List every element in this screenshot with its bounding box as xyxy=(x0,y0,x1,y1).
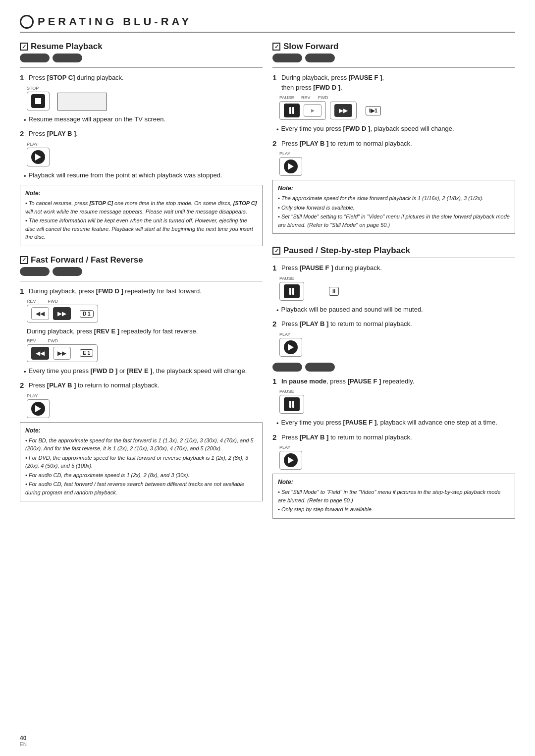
resume-note-box: Note: • To cancel resume, press [STOP C]… xyxy=(20,185,263,246)
slow-step-1: 1 During playback, press [PAUSE F ],then… xyxy=(272,73,515,92)
checkbox-icon-slow xyxy=(272,43,280,51)
slow-step1-diagram: PAUSE REV FWD xyxy=(279,95,515,120)
checkbox-icon-resume xyxy=(20,43,28,51)
btn-bar-2 xyxy=(53,54,82,62)
paused-step-1: 1 Press [PAUSE F ] during playback. xyxy=(272,263,515,273)
page-footer: 40 EN xyxy=(20,735,27,747)
e-indicator: E 1 xyxy=(80,349,93,357)
fast-note-box: Note: • For BD, the approximate speed fo… xyxy=(20,422,263,502)
pause-btn-paused xyxy=(284,284,300,298)
fast-rev-remote: ◀◀ ▶▶ E 1 xyxy=(27,344,98,362)
paused-bullet-2: • Every time you press [PAUSE F ], playb… xyxy=(276,418,515,429)
paused-step-2: 2 Press [PLAY B ] to return to normal pl… xyxy=(272,319,515,329)
section-fast-forward: Fast Forward / Fast Reverse 1 During pla… xyxy=(20,255,263,502)
play-label: PLAY xyxy=(27,142,263,147)
slow-btn-bar xyxy=(272,54,515,62)
left-column: Resume Playback 1 Press [STOP C] during … xyxy=(20,42,263,523)
fast-fwd-btn-bar xyxy=(20,267,263,276)
d-indicator: D 1 xyxy=(80,310,94,318)
fast-step-2: 2 Press [PLAY B ] to return to normal pl… xyxy=(20,380,263,390)
resume-step-2: 2 Press [PLAY B ]. xyxy=(20,129,263,139)
paused-remote xyxy=(279,282,304,301)
rev-btn-slow: ▶ xyxy=(304,104,321,117)
section-paused-step: Paused / Step-by-step Playback 1 Press [… xyxy=(272,246,515,519)
slow-note-box: Note: • The approximate speed for the sl… xyxy=(272,180,515,234)
btn-bar-1 xyxy=(20,54,50,62)
paused-step3-diagram: PAUSE xyxy=(279,389,515,414)
stop-button-icon xyxy=(31,94,45,108)
slow-bullet-1: • Every time you press [FWD D ], playbac… xyxy=(276,124,515,135)
rev-btn-dark: ◀◀ xyxy=(31,347,49,360)
btn-bar-6 xyxy=(305,54,335,62)
fast-forward-title: Fast Forward / Fast Reverse xyxy=(20,255,263,265)
paused-step2-diagram: PLAY xyxy=(279,332,515,357)
fwd-btn-slow: ▶▶ xyxy=(334,104,352,117)
paused-step-4: 2 Press [PLAY B ] to return to normal pl… xyxy=(272,432,515,442)
stop-label: STOP xyxy=(27,86,50,91)
section-resume-playback: Resume Playback 1 Press [STOP C] during … xyxy=(20,42,263,246)
play-button-paused xyxy=(284,340,298,354)
pause-btn-step3 xyxy=(284,397,300,411)
paused-bullet-1: • Playback will be paused and sound will… xyxy=(276,305,515,316)
fast-step-1a: 1 During playback, press [FWD D ] repeat… xyxy=(20,286,263,296)
pause-btn-slow xyxy=(284,104,300,117)
paused-step1-diagram: PAUSE II xyxy=(279,276,515,301)
play-button-slow xyxy=(284,160,298,173)
btn-bar-8 xyxy=(305,363,335,372)
resume-step1-diagram: STOP xyxy=(27,86,263,110)
right-column: Slow Forward 1 During playback, press [P… xyxy=(272,42,515,523)
play-btn-diagram xyxy=(27,148,50,166)
paused-indicator: II xyxy=(329,287,339,296)
paused-step4-diagram: PLAY xyxy=(279,445,515,470)
play-button-icon xyxy=(31,150,45,164)
screen-box xyxy=(57,93,107,110)
resume-playback-title: Resume Playback xyxy=(20,42,263,52)
fwd-btn-light: ▶▶ xyxy=(53,347,71,360)
paused-step-3: 1 In pause mode, press [PAUSE F ] repeat… xyxy=(272,377,515,386)
fast-fwd-diagram: REV FWD ◀◀ ▶▶ D 1 xyxy=(27,299,263,323)
section-slow-forward: Slow Forward 1 During playback, press [P… xyxy=(272,42,515,234)
play-button-paused2 xyxy=(284,453,298,467)
stop-btn-diagram xyxy=(27,92,50,110)
slow-step2-diagram: PLAY xyxy=(279,151,515,176)
checkbox-icon-paused xyxy=(272,247,280,255)
btn-bar-7 xyxy=(272,363,302,372)
btn-bar-4 xyxy=(53,267,82,276)
resume-btn-bar xyxy=(20,54,263,62)
fast-rev-diagram: REV FWD ◀◀ ▶▶ E 1 xyxy=(27,338,263,362)
main-content: Resume Playback 1 Press [STOP C] during … xyxy=(20,42,515,523)
paused-step3-remote xyxy=(279,395,304,414)
fwd-btn-dark: ▶▶ xyxy=(53,307,71,320)
play-button-fast xyxy=(31,402,45,416)
resume-step-1: 1 Press [STOP C] during playback. xyxy=(20,73,263,83)
fast-step-1b-text: During playback, press [REV E ] repeated… xyxy=(27,326,263,336)
btn-bar-3 xyxy=(20,267,50,276)
header-circle-icon xyxy=(20,15,34,29)
slow-indicator: I▶1 xyxy=(366,106,381,115)
page-header: PERATING BLU-RAY xyxy=(20,15,515,33)
resume-bullet-2: • Playback will resume from the point at… xyxy=(24,170,263,181)
checkbox-icon-fast xyxy=(20,256,28,264)
rev-btn: ◀◀ xyxy=(31,307,49,320)
page-title: PERATING BLU-RAY xyxy=(38,15,192,28)
slow-forward-title: Slow Forward xyxy=(272,42,515,52)
fast-fwd-remote: ◀◀ ▶▶ D 1 xyxy=(27,305,98,323)
btn-bar-5 xyxy=(272,54,302,62)
paused-note-box: Note: • Set "Still Mode" to "Field" in t… xyxy=(272,474,515,519)
slow-step-2: 2 Press [PLAY B ] to return to normal pl… xyxy=(272,139,515,149)
slow-remote-left: ▶ xyxy=(279,101,326,120)
resume-bullet-1: • Resume message will appear on the TV s… xyxy=(24,114,263,125)
fast-bullet-1: • Every time you press [FWD D ] or [REV … xyxy=(24,366,263,377)
paused-step-title: Paused / Step-by-step Playback xyxy=(272,246,515,256)
slow-remote-right: ▶▶ xyxy=(330,102,357,119)
resume-step2-diagram: PLAY xyxy=(27,142,263,166)
paused-btn-bar xyxy=(272,363,515,372)
fast-step2-diagram: PLAY xyxy=(27,393,263,418)
